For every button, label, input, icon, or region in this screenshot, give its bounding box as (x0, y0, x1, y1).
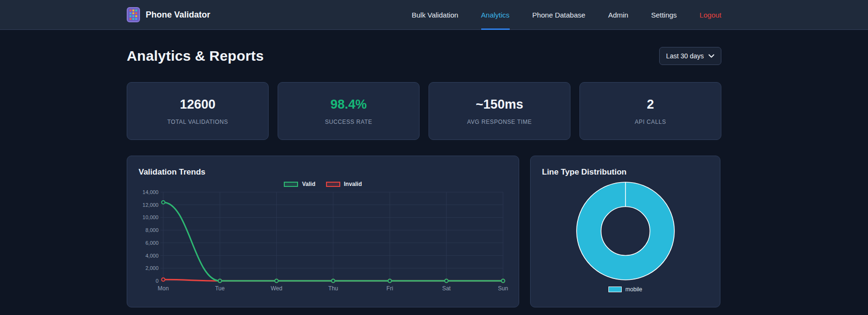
stat-cards: 12600 TOTAL VALIDATIONS 98.4% SUCCESS RA… (127, 82, 721, 140)
stat-card-total-validations: 12600 TOTAL VALIDATIONS (127, 82, 269, 140)
brand[interactable]: Phone Validator (127, 7, 210, 22)
svg-text:12,000: 12,000 (142, 202, 159, 208)
chart-title-validation-trends: Validation Trends (139, 167, 507, 177)
stat-card-avg-response-time: ~150ms AVG RESPONSE TIME (429, 82, 570, 140)
svg-text:Fri: Fri (386, 285, 393, 292)
date-range-select[interactable]: Last 30 days (659, 47, 721, 65)
brand-name: Phone Validator (146, 10, 210, 20)
stat-value: 12600 (180, 97, 215, 112)
top-nav: Phone Validator Bulk Validation Analytic… (0, 0, 868, 30)
svg-text:4,000: 4,000 (145, 253, 159, 259)
legend-item-mobile[interactable]: mobile (608, 286, 642, 293)
stat-card-api-calls: 2 API CALLS (579, 82, 721, 140)
nav-item-bulk-validation[interactable]: Bulk Validation (411, 0, 458, 30)
svg-text:10,000: 10,000 (142, 214, 159, 220)
legend-swatch-icon (326, 182, 340, 187)
nav-item-phone-database[interactable]: Phone Database (532, 0, 586, 30)
donut-chart-legend: mobile (608, 286, 642, 293)
chevron-down-icon (709, 54, 714, 58)
legend-swatch-icon (608, 287, 622, 292)
phone-keypad-icon (127, 7, 140, 22)
svg-text:8,000: 8,000 (145, 227, 159, 233)
line-type-donut-chart (575, 181, 676, 281)
main-content: Analytics & Reports Last 30 days 12600 T… (127, 47, 721, 307)
legend-item-invalid[interactable]: Invalid (326, 181, 362, 187)
svg-text:2,000: 2,000 (145, 265, 159, 271)
page-title: Analytics & Reports (127, 48, 264, 64)
validation-trends-line-chart: 02,0004,0006,0008,00010,00012,00014,000M… (139, 188, 508, 296)
stat-card-success-rate: 98.4% SUCCESS RATE (278, 82, 420, 140)
nav-item-analytics[interactable]: Analytics (481, 0, 510, 30)
line-chart-legend: ValidInvalid (139, 181, 507, 187)
legend-swatch-icon (284, 182, 298, 187)
line-type-distribution-panel: Line Type Distribution mobile (530, 156, 720, 307)
stat-label: API CALLS (635, 119, 666, 125)
svg-text:Sun: Sun (498, 285, 508, 292)
legend-label: Valid (302, 181, 315, 187)
stat-label: AVG RESPONSE TIME (467, 119, 532, 125)
nav-links: Bulk Validation Analytics Phone Database… (411, 0, 721, 30)
legend-label: Invalid (344, 181, 362, 187)
validation-trends-panel: Validation Trends ValidInvalid 02,0004,0… (127, 156, 519, 307)
stat-value: ~150ms (476, 97, 523, 112)
svg-text:14,000: 14,000 (142, 189, 159, 195)
stat-label: SUCCESS RATE (325, 119, 373, 125)
svg-text:Sat: Sat (442, 285, 451, 292)
svg-text:6,000: 6,000 (145, 240, 159, 246)
nav-item-logout[interactable]: Logout (700, 0, 721, 30)
legend-item-valid[interactable]: Valid (284, 181, 315, 187)
svg-text:Mon: Mon (158, 285, 168, 292)
svg-text:Thu: Thu (328, 285, 338, 292)
date-range-value: Last 30 days (666, 52, 704, 60)
stat-label: TOTAL VALIDATIONS (167, 119, 228, 125)
legend-label: mobile (625, 286, 642, 293)
svg-text:Tue: Tue (215, 285, 225, 292)
stat-value: 98.4% (330, 97, 367, 112)
chart-title-line-type-distribution: Line Type Distribution (542, 167, 626, 177)
nav-item-settings[interactable]: Settings (651, 0, 677, 30)
nav-item-admin[interactable]: Admin (608, 0, 628, 30)
stat-value: 2 (647, 97, 654, 112)
svg-text:0: 0 (156, 278, 159, 284)
svg-text:Wed: Wed (271, 285, 282, 292)
